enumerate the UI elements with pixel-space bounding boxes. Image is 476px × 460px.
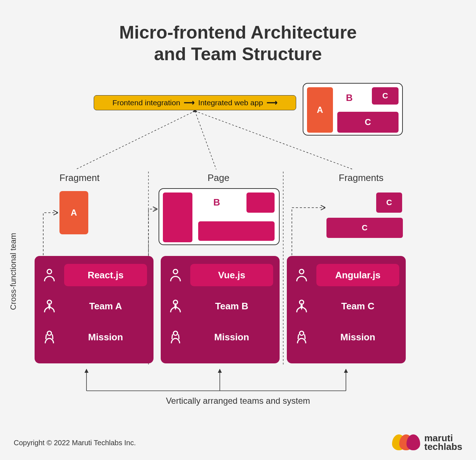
person-tie-icon — [167, 298, 184, 314]
team-name: Team B — [190, 295, 273, 317]
arrow-right-icon: ⟶ — [184, 98, 195, 107]
page-block-left — [163, 193, 192, 242]
person-long-hair-icon — [41, 329, 58, 345]
maruti-logo: maruti techlabs — [392, 434, 463, 451]
svg-point-12 — [173, 331, 178, 336]
framework-tag: React.js — [64, 264, 147, 286]
svg-point-9 — [47, 331, 52, 336]
page-label-b: B — [213, 197, 220, 208]
person-tie-icon — [293, 298, 310, 314]
mini-frag-c1: C — [372, 87, 399, 105]
title-line1: Micro-frontend Architecture — [119, 22, 357, 43]
svg-line-1 — [195, 111, 216, 169]
fragment-c-small: C — [376, 193, 402, 213]
title-line2: and Team Structure — [154, 44, 322, 64]
arrow-right-icon: ⟶ — [267, 98, 277, 107]
mini-frag-a: A — [307, 87, 333, 133]
logo-blobs-icon — [392, 434, 420, 450]
bottom-label: Vertically arranged teams and system — [0, 396, 476, 406]
person-icon — [293, 267, 310, 283]
integrated-layout: A B C C — [303, 83, 403, 136]
framework-tag: Vue.js — [190, 264, 273, 286]
team-name: Team C — [316, 295, 399, 317]
pill-right: Integrated web app — [198, 98, 263, 107]
person-tie-icon — [41, 298, 58, 314]
person-icon — [167, 267, 184, 283]
fragment-a: A — [59, 191, 88, 234]
logo-text: maruti techlabs — [424, 434, 463, 451]
diagram-canvas: Micro-frontend Architecture and Team Str… — [0, 0, 476, 460]
column-label-fragments: Fragments — [339, 172, 383, 183]
framework-tag: Angular.js — [316, 264, 399, 286]
svg-point-7 — [47, 269, 52, 274]
column-label-page: Page — [208, 172, 230, 183]
mini-frag-b: B — [346, 92, 353, 103]
mini-frag-c2: C — [337, 112, 399, 133]
diagram-title: Micro-frontend Architecture and Team Str… — [0, 22, 476, 65]
mission-label: Mission — [64, 326, 147, 348]
fragment-c-wide: C — [326, 218, 403, 238]
svg-point-10 — [173, 269, 178, 274]
person-long-hair-icon — [293, 329, 310, 345]
team-card-a: React.js Team A Mission — [35, 256, 154, 363]
mission-label: Mission — [316, 326, 399, 348]
svg-point-13 — [299, 269, 304, 274]
page-block-topright — [246, 193, 275, 213]
side-label: Cross-functional team — [9, 233, 18, 310]
mission-label: Mission — [190, 326, 273, 348]
team-card-c: Angular.js Team C Mission — [287, 256, 406, 363]
person-icon — [41, 267, 58, 283]
page-layout: B — [159, 188, 280, 245]
pill-left: Frontend integration — [112, 98, 180, 107]
copyright-text: Copyright © 2022 Maruti Techlabs Inc. — [14, 439, 136, 447]
integration-pill: Frontend integration ⟶ Integrated web ap… — [94, 95, 296, 110]
logo-line2: techlabs — [424, 442, 463, 451]
page-block-bottom — [198, 221, 275, 241]
person-long-hair-icon — [167, 329, 184, 345]
column-label-fragment: Fragment — [59, 172, 99, 183]
team-name: Team A — [64, 295, 147, 317]
svg-line-0 — [76, 111, 195, 169]
team-card-b: Vue.js Team B Mission — [161, 256, 280, 363]
svg-point-15 — [299, 331, 304, 336]
